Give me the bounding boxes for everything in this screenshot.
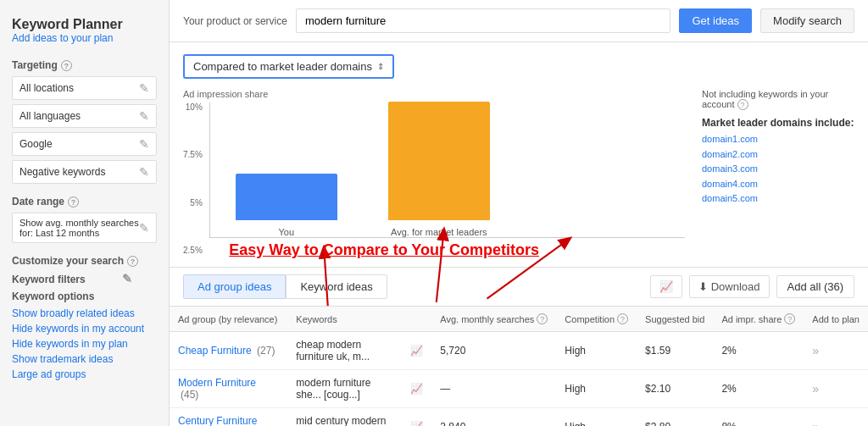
chart-note-help-icon[interactable]: ? xyxy=(737,99,748,110)
modify-search-button[interactable]: Modify search xyxy=(760,8,854,33)
customize-help-icon[interactable]: ? xyxy=(127,256,138,267)
td-bid-3: $2.80 xyxy=(637,408,713,427)
td-impr-2: 2% xyxy=(713,370,804,408)
chart-area: Compared to market leader domains ⇕ Ad i… xyxy=(170,42,868,268)
bar-group-market: Avg. for market leaders xyxy=(388,102,490,237)
date-range-section: Date range ? Show avg. monthly searches … xyxy=(0,196,169,243)
sidebar: Keyword Planner Add ideas to your plan T… xyxy=(0,0,170,426)
y-tick-75: 7.5% xyxy=(183,150,203,159)
sidebar-item-google[interactable]: Google ✎ xyxy=(12,132,157,156)
sidebar-item-locations[interactable]: All locations ✎ xyxy=(12,76,157,100)
tabs-actions: 📈 ⬇ Download Add all (36) xyxy=(650,275,854,298)
td-impr-3: 8% xyxy=(713,408,804,427)
th-competition: Competition ? xyxy=(556,307,637,332)
ad-group-link-2[interactable]: Modern Furniture (45) xyxy=(178,377,256,401)
td-monthly-2: — xyxy=(431,370,556,408)
bar-market-label: Avg. for market leaders xyxy=(391,227,487,237)
ad-impr-help-icon[interactable]: ? xyxy=(784,313,795,324)
sidebar-link-large-ad-groups[interactable]: Large ad groups xyxy=(12,367,157,382)
keyword-filters-title: Keyword filters ✎ xyxy=(12,272,157,285)
sidebar-link-broadly-related[interactable]: Show broadly related ideas xyxy=(12,306,157,321)
keyword-options-section: Keyword options Show broadly related ide… xyxy=(12,290,157,382)
add-all-button[interactable]: Add all (36) xyxy=(776,275,854,298)
th-ad-group: Ad group (by relevance) xyxy=(170,307,287,332)
td-monthly-1: 5,720 xyxy=(431,332,556,370)
y-tick-5: 5% xyxy=(183,198,203,207)
keyword-options-title: Keyword options xyxy=(12,290,157,302)
y-axis: 10% 7.5% 5% 2.5% xyxy=(183,102,203,255)
monthly-searches-help-icon[interactable]: ? xyxy=(537,313,548,324)
tabs-row: Ad group ideas Keyword ideas 📈 ⬇ Downloa… xyxy=(170,268,868,307)
td-add-1: » xyxy=(804,332,868,370)
edit-icon: ✎ xyxy=(122,272,132,285)
tab-keyword-ideas[interactable]: Keyword ideas xyxy=(286,274,387,299)
date-range-help-icon[interactable]: ? xyxy=(68,196,79,207)
chart-left: Ad impression share 10% 7.5% 5% 2.5% xyxy=(183,89,685,255)
date-range-label: Date range ? xyxy=(12,196,157,207)
chart-view-button[interactable]: 📈 xyxy=(650,275,682,298)
chart-right: Not including keywords in your account ?… xyxy=(685,89,854,255)
bar-you-label: You xyxy=(279,227,295,237)
main-content: Your product or service Get ideas Modify… xyxy=(170,0,868,426)
edit-icon: ✎ xyxy=(139,81,149,95)
th-ad-impr-share: Ad impr. share ? xyxy=(713,307,804,332)
td-trend-2: 📈 xyxy=(402,370,431,408)
chart-icon: 📈 xyxy=(659,280,673,293)
y-tick-10: 10% xyxy=(183,102,203,112)
sidebar-link-hide-account[interactable]: Hide keywords in my account xyxy=(12,321,157,336)
trend-icon-2[interactable]: 📈 xyxy=(410,383,423,395)
add-plan-icon-2[interactable]: » xyxy=(812,382,819,396)
chart-dropdown[interactable]: Compared to market leader domains ⇕ xyxy=(183,54,394,79)
td-add-2: » xyxy=(804,370,868,408)
bar-you xyxy=(236,174,337,220)
chart-note: Not including keywords in your account ? xyxy=(702,89,854,110)
chart-y-label: Ad impression share xyxy=(183,89,685,99)
targeting-help-icon[interactable]: ? xyxy=(61,60,72,71)
th-suggested-bid: Suggested bid xyxy=(637,307,713,332)
ad-group-link-3[interactable]: Century Furniture (32) xyxy=(178,415,257,426)
td-add-3: » xyxy=(804,408,868,427)
domain-3: domain3.com xyxy=(702,162,854,177)
data-table: Ad group (by relevance) Keywords Avg. mo… xyxy=(170,307,868,426)
customize-section: Customize your search ? Keyword filters … xyxy=(0,255,169,382)
domain-2: domain2.com xyxy=(702,147,854,163)
get-ideas-button[interactable]: Get ideas xyxy=(679,8,752,33)
sidebar-link-trademark[interactable]: Show trademark ideas xyxy=(12,351,157,367)
td-bid-1: $1.59 xyxy=(637,332,713,370)
search-input[interactable] xyxy=(296,8,670,33)
bars-area: You Avg. for market leaders xyxy=(209,102,685,238)
th-empty xyxy=(402,307,431,332)
customize-label: Customize your search ? xyxy=(12,255,157,267)
domain-5: domain5.com xyxy=(702,191,854,207)
download-button[interactable]: ⬇ Download xyxy=(689,275,770,298)
sidebar-item-date-range[interactable]: Show avg. monthly searches for: Last 12 … xyxy=(12,213,157,243)
tab-ad-group-ideas[interactable]: Ad group ideas xyxy=(183,274,286,299)
ad-group-link-1[interactable]: Cheap Furniture (27) xyxy=(178,345,275,357)
sidebar-link-hide-plan[interactable]: Hide keywords in my plan xyxy=(12,336,157,351)
domain-4: domain4.com xyxy=(702,177,854,192)
add-plan-icon-1[interactable]: » xyxy=(812,344,819,357)
table-row: Century Furniture (32) mid century moder… xyxy=(170,408,868,427)
td-ad-group-3: Century Furniture (32) xyxy=(170,408,287,427)
download-icon: ⬇ xyxy=(698,280,708,293)
sidebar-item-negative-keywords[interactable]: Negative keywords ✎ xyxy=(12,160,157,184)
trend-icon-3[interactable]: 📈 xyxy=(410,421,423,426)
competition-help-icon[interactable]: ? xyxy=(617,313,628,324)
sidebar-header: Keyword Planner Add ideas to your plan xyxy=(0,10,169,47)
td-competition-3: High xyxy=(556,408,637,427)
edit-icon: ✎ xyxy=(139,165,149,179)
bar-group-you: You xyxy=(236,174,337,237)
targeting-section: Targeting ? All locations ✎ All language… xyxy=(0,59,169,184)
sidebar-item-languages[interactable]: All languages ✎ xyxy=(12,104,157,128)
td-ad-group-1: Cheap Furniture (27) xyxy=(170,332,287,370)
td-competition-2: High xyxy=(556,370,637,408)
td-competition-1: High xyxy=(556,332,637,370)
chevron-down-icon: ⇕ xyxy=(377,62,384,71)
add-plan-icon-3[interactable]: » xyxy=(812,420,819,426)
td-trend-1: 📈 xyxy=(402,332,431,370)
overlay-text: Easy Way to Compare to Your Competitors xyxy=(229,241,539,259)
trend-icon-1[interactable]: 📈 xyxy=(410,345,423,357)
td-monthly-3: 3,840 xyxy=(431,408,556,427)
td-keywords-2: modern furniture she... [coug...] xyxy=(287,370,402,408)
targeting-label: Targeting ? xyxy=(12,59,157,71)
